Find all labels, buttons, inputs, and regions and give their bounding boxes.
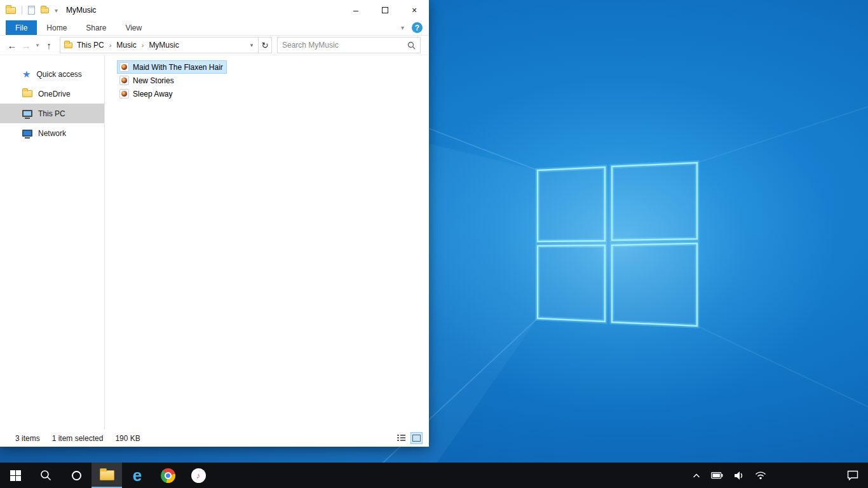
forward-icon[interactable]: → <box>19 40 33 51</box>
quick-access-star-icon: ★ <box>22 69 31 79</box>
desktop: ▾ MyMusic – × File Home Share View ▾ ? ←… <box>0 0 868 488</box>
this-pc-icon <box>22 110 32 117</box>
help-icon[interactable]: ? <box>412 22 423 33</box>
explorer-window-icon <box>6 7 16 14</box>
breadcrumb-separator-icon[interactable]: › <box>106 41 115 49</box>
status-bar: 3 items 1 item selected 190 KB <box>0 430 429 447</box>
maximize-icon <box>382 7 388 13</box>
new-folder-icon[interactable] <box>41 8 49 13</box>
address-bar[interactable]: This PC › Music › MyMusic ▾ <box>60 37 259 53</box>
details-view-icon[interactable] <box>395 432 407 444</box>
selection-count: 1 item selected <box>52 434 104 443</box>
sidebar-item-quick-access[interactable]: ★ Quick access <box>0 64 104 84</box>
properties-icon[interactable] <box>28 6 35 15</box>
navigation-pane: ★ Quick access OneDrive This PC Network <box>0 55 105 430</box>
file-item[interactable]: Maid With The Flaxen Hair <box>117 60 227 74</box>
taskbar-internet-explorer-button[interactable]: e <box>122 463 153 488</box>
back-icon[interactable]: ← <box>5 40 19 51</box>
breadcrumb-mymusic[interactable]: MyMusic <box>147 41 180 50</box>
item-count: 3 items <box>15 434 40 443</box>
file-name: Maid With The Flaxen Hair <box>133 63 223 72</box>
sidebar-item-label: Network <box>38 129 66 138</box>
quick-access-toolbar: ▾ <box>0 6 58 15</box>
breadcrumb-separator-icon[interactable]: › <box>139 41 147 49</box>
window-controls: – × <box>341 0 429 20</box>
hidden-icons-chevron-icon[interactable] <box>693 473 700 478</box>
navigation-bar: ← → ▾ ↑ This PC › Music › MyMusic ▾ ↻ <box>0 36 429 55</box>
battery-icon[interactable] <box>711 470 723 480</box>
file-name: Sleep Away <box>133 90 173 98</box>
file-explorer-icon <box>100 470 114 480</box>
windows-logo-icon <box>10 470 21 481</box>
tab-view[interactable]: View <box>116 20 151 35</box>
file-explorer-window: ▾ MyMusic – × File Home Share View ▾ ? ←… <box>0 0 429 447</box>
breadcrumb-music[interactable]: Music <box>114 41 138 50</box>
up-icon[interactable]: ↑ <box>42 40 56 51</box>
address-dropdown-chevron-icon[interactable]: ▾ <box>245 42 258 48</box>
view-toggles <box>395 432 429 444</box>
music-app-icon: ♪ <box>191 468 206 483</box>
music-file-icon <box>119 76 129 85</box>
search-icon <box>40 470 51 481</box>
title-bar[interactable]: ▾ MyMusic – × <box>0 0 429 20</box>
sidebar-item-label: This PC <box>38 109 65 118</box>
recent-locations-chevron-icon[interactable]: ▾ <box>33 42 42 48</box>
volume-icon[interactable] <box>734 471 744 480</box>
tab-home[interactable]: Home <box>37 20 76 35</box>
toolbar-divider <box>22 6 22 15</box>
search-input[interactable] <box>282 41 407 50</box>
cortana-icon <box>72 471 81 480</box>
start-button[interactable] <box>0 463 31 488</box>
file-list[interactable]: Maid With The Flaxen Hair New Stories Sl… <box>105 55 429 430</box>
action-center-button[interactable] <box>837 463 868 488</box>
selection-size: 190 KB <box>115 434 140 443</box>
maximize-button[interactable] <box>370 0 400 20</box>
window-body: ★ Quick access OneDrive This PC Network <box>0 55 429 430</box>
ribbon-right-controls: ▾ ? <box>401 20 429 35</box>
chrome-icon <box>161 468 175 483</box>
close-button[interactable]: × <box>400 0 429 20</box>
sidebar-item-label: Quick access <box>36 70 81 79</box>
tab-file[interactable]: File <box>6 20 37 35</box>
file-item[interactable]: New Stories <box>117 74 178 87</box>
window-title: MyMusic <box>66 6 96 15</box>
network-wifi-icon[interactable] <box>755 471 766 480</box>
taskbar-file-explorer-button[interactable] <box>92 463 122 488</box>
search-box[interactable] <box>277 37 421 53</box>
customize-toolbar-chevron-icon[interactable]: ▾ <box>55 7 58 14</box>
sidebar-item-label: OneDrive <box>38 90 71 98</box>
internet-explorer-icon: e <box>133 467 142 484</box>
music-file-icon <box>119 89 129 98</box>
system-tray <box>693 463 766 488</box>
file-name: New Stories <box>133 76 174 85</box>
network-icon <box>22 130 32 137</box>
minimize-button[interactable]: – <box>341 0 370 20</box>
refresh-icon[interactable]: ↻ <box>259 37 272 53</box>
sidebar-item-this-pc[interactable]: This PC <box>0 104 104 123</box>
breadcrumb-this-pc[interactable]: This PC <box>75 41 106 50</box>
large-icons-view-icon[interactable] <box>410 432 423 444</box>
action-center-icon <box>847 470 858 480</box>
expand-ribbon-chevron-icon[interactable]: ▾ <box>401 24 404 31</box>
taskbar-music-app-button[interactable]: ♪ <box>183 463 214 488</box>
address-folder-icon <box>64 43 72 48</box>
tab-share[interactable]: Share <box>76 20 116 35</box>
taskbar-chrome-button[interactable] <box>153 463 183 488</box>
cortana-button[interactable] <box>61 463 92 488</box>
taskbar-search-button[interactable] <box>31 463 61 488</box>
search-icon[interactable] <box>407 41 416 50</box>
taskbar: e ♪ <box>0 463 868 488</box>
sidebar-item-onedrive[interactable]: OneDrive <box>0 84 104 104</box>
sidebar-item-network[interactable]: Network <box>0 123 104 143</box>
ribbon-tab-bar: File Home Share View ▾ ? <box>0 20 429 36</box>
file-item[interactable]: Sleep Away <box>117 87 177 100</box>
music-file-icon <box>119 62 129 72</box>
onedrive-icon <box>22 90 32 97</box>
